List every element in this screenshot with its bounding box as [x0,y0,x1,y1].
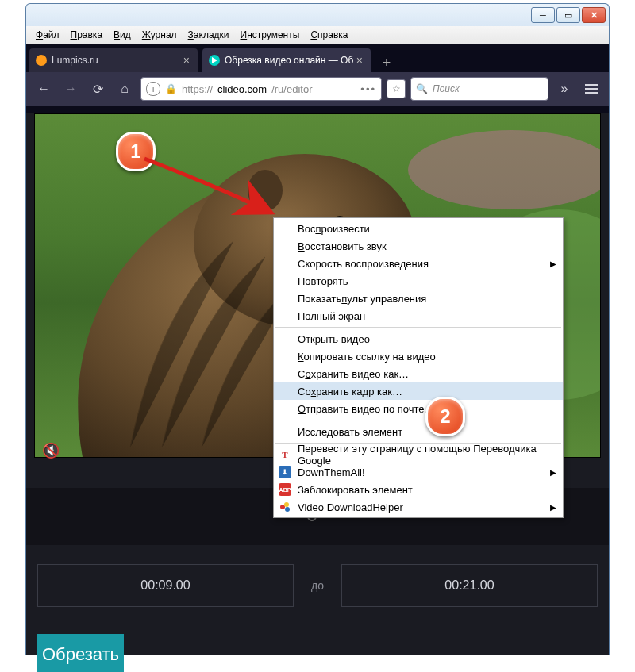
trim-row: 00:09.00 до 00:21.00 [26,545,609,615]
menu-file[interactable]: Файл [31,28,64,42]
toolbar-overflow-button[interactable]: » [553,78,575,100]
menu-tools[interactable]: Инструменты [236,28,305,42]
menu-history[interactable]: Журнал [137,28,182,42]
bookmark-star-button[interactable]: ☆ [387,79,406,98]
vdh-icon [279,501,291,513]
page-actions-icon[interactable]: ••• [360,83,376,95]
ctx-playback-speed[interactable]: Скорость воспроизведения▶ [274,255,563,272]
reload-button[interactable]: ⟳ [87,78,109,100]
menu-view[interactable]: Вид [109,28,136,42]
ctx-email-video[interactable]: Отправить видео по почте… [274,400,563,417]
submenu-arrow-icon: ▶ [550,259,556,268]
window-maximize-button[interactable]: ▭ [556,7,580,23]
url-host: clideo.com [217,83,267,95]
svg-point-9 [248,170,283,211]
menu-edit[interactable]: Правка [66,28,108,42]
lock-icon: 🔒 [165,83,177,94]
annotation-badge-2: 2 [425,397,465,436]
svg-point-10 [280,505,285,509]
submenu-arrow-icon: ▶ [550,503,556,512]
trim-from-input[interactable]: 00:09.00 [37,564,294,607]
tab-clideo[interactable]: Обрезка видео онлайн — Об × [202,48,371,72]
trim-to-label: до [294,579,341,592]
ctx-video-downloadhelper[interactable]: Video DownloadHelper▶ [274,498,563,516]
tab-lumpics[interactable]: Lumpics.ru × [29,48,198,72]
svg-point-12 [285,507,290,512]
cut-button[interactable]: Обрезать [37,634,124,672]
nav-toolbar: ← → ⟳ ⌂ i 🔒 https://clideo.com/ru/editor… [26,72,609,106]
tab-close-icon[interactable]: × [355,54,364,67]
adblock-icon: ABP [279,483,291,496]
ctx-restore-sound[interactable]: Восстановить звук [274,237,563,255]
search-bar[interactable]: 🔍 Поиск [410,77,548,101]
new-tab-button[interactable]: + [375,53,398,72]
submenu-arrow-icon: ▶ [550,468,556,477]
app-menu-button[interactable] [580,78,602,100]
video-context-menu: Воспроизвести Восстановить звук Скорость… [273,217,564,518]
ctx-google-translate[interactable]: TПеревести эту страницу с помощью Перево… [274,446,563,463]
menu-help[interactable]: Справка [306,28,352,42]
trim-to-input[interactable]: 00:21.00 [341,564,598,607]
tab-close-icon[interactable]: × [182,54,191,67]
search-placeholder: Поиск [433,83,460,94]
tab-strip: Lumpics.ru × Обрезка видео онлайн — Об ×… [26,44,609,72]
tab-label: Обрезка видео онлайн — Об [225,55,353,66]
svg-marker-0 [212,57,217,63]
ctx-loop[interactable]: Повторять [274,272,563,290]
translate-icon: T [279,448,291,461]
downthemall-icon: ⬇ [279,466,291,478]
url-scheme: https:// [182,83,213,95]
ctx-save-video-as[interactable]: Сохранить видео как… [274,365,563,382]
ctx-open-video[interactable]: Открыть видео [274,330,563,348]
menu-bookmarks[interactable]: Закладки [183,28,234,42]
window-titlebar: ─ ▭ ✕ [25,3,610,26]
search-icon: 🔍 [416,83,428,94]
window-minimize-button[interactable]: ─ [531,7,555,23]
ctx-inspect-element[interactable]: Исследовать элемент [274,423,563,440]
ctx-fullscreen[interactable]: Полный экран [274,307,563,324]
forward-button[interactable]: → [60,78,82,100]
window-close-button[interactable]: ✕ [582,7,606,23]
ctx-block-element[interactable]: ABPЗаблокировать элемент [274,481,563,498]
svg-point-11 [284,502,289,507]
url-bar[interactable]: i 🔒 https://clideo.com/ru/editor ••• [140,77,382,101]
ctx-copy-video-link[interactable]: Копировать ссылку на видео [274,348,563,365]
back-button[interactable]: ← [33,78,55,100]
clideo-favicon-icon [209,55,220,66]
ctx-play[interactable]: Воспроизвести [274,220,563,237]
menu-bar: Файл Правка Вид Журнал Закладки Инструме… [25,26,610,44]
annotation-badge-1: 1 [116,132,156,171]
lumpics-favicon-icon [36,55,47,66]
home-button[interactable]: ⌂ [114,78,136,100]
ctx-save-frame-as[interactable]: Сохранить кадр как… [274,382,563,400]
url-path: /ru/editor [271,83,312,95]
tab-label: Lumpics.ru [52,55,98,66]
site-info-icon[interactable]: i [146,82,160,96]
ctx-downthemall[interactable]: ⬇DownThemAll!▶ [274,463,563,481]
ctx-show-controls[interactable]: Показать пульт управления [274,290,563,307]
